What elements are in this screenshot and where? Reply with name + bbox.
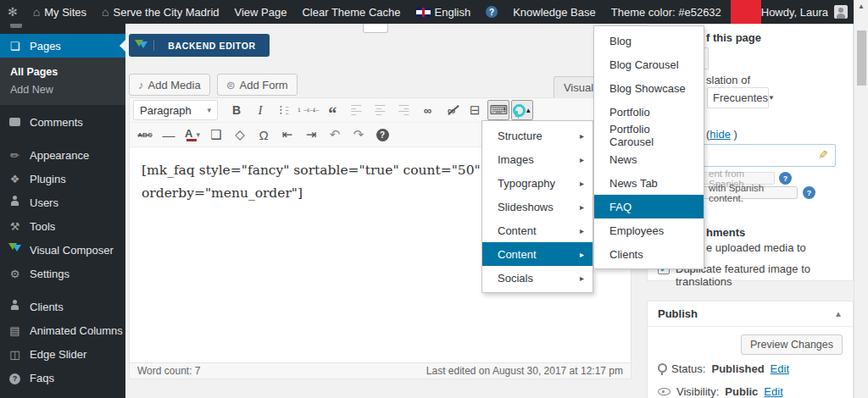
submenu-item-blog-showcase[interactable]: Blog Showcase [594,76,704,100]
menu-item-typography[interactable]: Typography▸ [482,171,593,195]
menu-item-structure[interactable]: Structure▸ [482,124,593,147]
redo-button[interactable]: ↷ [348,124,370,145]
sidebar-separator [0,285,125,295]
special-character-button[interactable]: Ω [253,124,275,145]
menu-item-socials[interactable]: Socials▸ [482,266,593,290]
submenu-item-portfolio[interactable]: Portfolio [594,100,704,124]
numbered-list-button[interactable] [297,100,320,120]
user-avatar[interactable] [834,5,848,19]
translation-select[interactable]: Frecuentes ▼ [707,87,769,108]
sidebar-item-comments[interactable]: Comments [0,110,125,134]
add-form-button[interactable]: ⊜ Add Form [217,74,298,96]
menu-item-label: Slideshows [498,201,554,213]
menu-item-slideshows[interactable]: Slideshows▸ [482,195,593,218]
page-scrollbar[interactable]: ▲ [854,0,868,398]
undo-button[interactable]: ↶ [324,124,346,145]
menu-item-images[interactable]: Images▸ [482,147,593,171]
toolbar-toggle-button[interactable]: ⌨ [487,100,509,120]
view-page-label: View Page [235,6,287,19]
sidebar-item-plugins[interactable]: ❖ Plugins [0,167,125,191]
more-tag-button[interactable]: ⊟ [464,100,486,120]
remove-link-button[interactable]: ∞ [448,104,455,117]
bold-button[interactable]: B [225,100,248,120]
submenu-item-news[interactable]: News [594,147,704,171]
shortcodes-dropdown-menu: Structure▸ Images▸ Typography▸ Slideshow… [481,120,593,293]
edit-visibility-link[interactable]: Edit [764,385,782,398]
sidebar-item-tools[interactable]: ⚒ Tools [0,214,125,238]
translation-of-label-fragment: slation of [706,74,750,86]
language-switcher[interactable]: English [409,0,479,24]
clear-formatting-button[interactable]: ◇ [229,124,251,145]
sidebar-item-settings[interactable]: ⚙ Settings [0,262,125,285]
sidebar-item-visual-composer[interactable]: Visual Composer [0,238,125,262]
sidebar-item-faqs[interactable]: ? Faqs [0,366,125,390]
backend-editor-button[interactable]: BACKEND EDITOR [129,34,270,57]
sidebar-item-label: Animated Columns [30,324,123,337]
sidebar-item-all-pages[interactable]: All Pages [0,63,125,80]
knowledge-base-link[interactable]: Knowledge Base [505,0,604,24]
menu-item-content[interactable]: Content▸ [482,218,593,242]
edit-status-link[interactable]: Edit [771,362,789,375]
help-bubble-icon[interactable]: ? [803,186,815,199]
sidebar-item-label: Tab Sliders [30,395,84,398]
help-button[interactable]: ? [478,0,505,24]
sidebar-item-appearance[interactable]: ✏ Appearance [0,143,125,167]
view-page-link[interactable]: View Page [227,0,295,24]
blockquote-button[interactable]: “ [321,100,343,120]
align-right-button[interactable] [392,100,415,120]
submenu-item-blog[interactable]: Blog [594,29,704,53]
hide-link[interactable]: hide [709,128,731,141]
outdent-button[interactable]: ⇤ [276,124,298,145]
sidebar-item-edge-slider[interactable]: ◫ Edge Slider [0,342,125,366]
pencil-icon[interactable]: ✎ [818,148,828,162]
align-center-button[interactable] [369,100,391,120]
sidebar-item-tab-sliders[interactable]: ▭ Tab Sliders [0,390,125,398]
overwrite-content-button[interactable]: with Spanish content. [703,186,798,199]
submenu-arrow-icon: ▸ [580,250,584,259]
submenu-item-blog-carousel[interactable]: Blog Carousel [594,53,704,76]
bulleted-list-button[interactable] [273,100,295,120]
preview-changes-button[interactable]: Preview Changes [741,334,843,355]
help-icon[interactable]: ? [376,129,389,141]
site-name-menu[interactable]: ⌂Serve the City Madrid [94,0,226,24]
submenu-item-faq[interactable]: FAQ [594,195,704,218]
text-color-button[interactable]: A [185,127,192,142]
sidebar-item-label: Visual Composer [30,244,114,257]
italic-button[interactable]: I [249,100,271,120]
submenu-item-clients[interactable]: Clients [594,242,704,266]
publish-header[interactable]: Publish ▲ [648,301,853,327]
align-left-button[interactable] [345,100,367,120]
submenu-item-portfolio-carousel[interactable]: Portfolio Carousel [594,124,704,147]
shortcodes-button[interactable]: ▲ [511,100,533,120]
user-icon [8,196,22,209]
format-select[interactable]: Paragraph ▾ [133,100,218,120]
insert-link-button[interactable]: ∞ [416,100,438,120]
scrollbar-up-arrow[interactable]: ▲ [854,0,868,13]
my-sites-label: My Sites [44,6,86,19]
pages-icon: ❏ [8,40,22,53]
add-media-button[interactable]: ♪ Add Media [129,74,210,96]
triangle-up-icon: ▲ [525,107,531,114]
my-sites-menu[interactable]: ⌂My Sites [25,0,94,24]
sidebar-item-add-new[interactable]: Add New [0,80,125,98]
submenu-item-news-tab[interactable]: News Tab [594,171,704,195]
indent-button[interactable]: ⇥ [300,124,322,145]
horizontal-rule-button[interactable]: — [158,124,180,145]
strikethrough-button[interactable]: ABC [134,124,156,145]
sidebar-item-animated-columns[interactable]: ▤ Animated Columns [0,318,125,342]
form-icon: ⊜ [226,79,236,91]
paste-as-text-button[interactable]: ❑ [205,124,227,145]
howdy-account-menu[interactable]: Howdy, Laura [761,0,828,24]
sidebar-item-clients[interactable]: Clients [0,295,125,318]
submenu-item-employees[interactable]: Employees [594,218,704,242]
menu-item-content-active[interactable]: Content▸ [482,242,593,266]
clear-theme-cache-link[interactable]: Clear Theme Cache [294,0,408,24]
collapse-icon[interactable]: ▲ [834,309,843,318]
sidebar-item-label: Appearance [30,149,89,162]
chevron-down-icon[interactable]: ▾ [196,130,200,139]
uk-flag-icon [416,8,431,17]
scrollbar-thumb[interactable] [857,30,866,86]
wp-logo[interactable]: ✻ [0,0,25,24]
sidebar-item-pages[interactable]: ❏ Pages [0,34,125,58]
sidebar-item-users[interactable]: Users [0,191,125,214]
